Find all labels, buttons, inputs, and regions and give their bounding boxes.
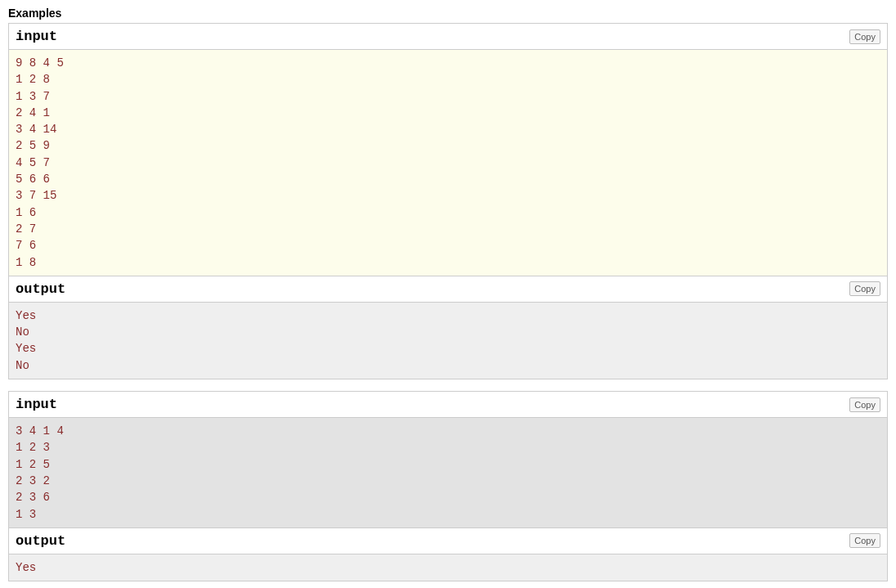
examples-heading: Examples xyxy=(8,7,888,20)
output-header: output Copy xyxy=(9,276,887,303)
input-title: input xyxy=(16,397,57,412)
input-title: input xyxy=(16,29,57,44)
copy-button[interactable]: Copy xyxy=(849,397,880,412)
copy-button[interactable]: Copy xyxy=(849,281,880,296)
input-content: 3 4 1 4 1 2 3 1 2 5 2 3 2 2 3 6 1 3 xyxy=(9,418,887,527)
output-header: output Copy xyxy=(9,528,887,554)
input-header: input Copy xyxy=(9,24,887,50)
input-header: input Copy xyxy=(9,392,887,418)
output-section: output Copy Yes xyxy=(9,528,887,581)
example-block-2: input Copy 3 4 1 4 1 2 3 1 2 5 2 3 2 2 3… xyxy=(8,391,888,581)
input-content: 9 8 4 5 1 2 8 1 3 7 2 4 1 3 4 14 2 5 9 4… xyxy=(9,50,887,276)
output-title: output xyxy=(16,281,65,297)
example-block-1: input Copy 9 8 4 5 1 2 8 1 3 7 2 4 1 3 4… xyxy=(8,23,888,379)
output-title: output xyxy=(16,533,65,549)
output-content: Yes No Yes No xyxy=(9,303,887,379)
copy-button[interactable]: Copy xyxy=(849,533,880,548)
input-section: input Copy 3 4 1 4 1 2 3 1 2 5 2 3 2 2 3… xyxy=(9,392,887,528)
copy-button[interactable]: Copy xyxy=(849,29,880,44)
output-section: output Copy Yes No Yes No xyxy=(9,276,887,379)
output-content: Yes xyxy=(9,554,887,581)
input-section: input Copy 9 8 4 5 1 2 8 1 3 7 2 4 1 3 4… xyxy=(9,24,887,276)
